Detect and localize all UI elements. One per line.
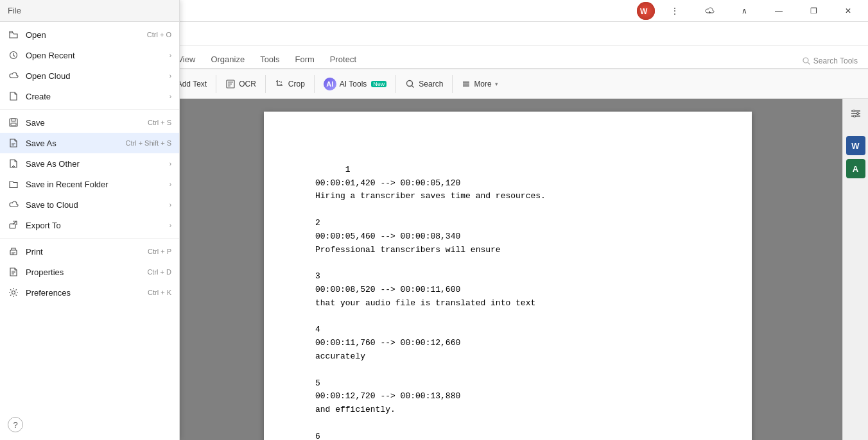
menu-item-save-recent[interactable]: Save in Recent Folder ›	[0, 174, 179, 194]
search-label: Search	[419, 80, 443, 89]
svg-point-22	[12, 291, 15, 294]
open-recent-arrow: ›	[169, 52, 171, 59]
help-btn[interactable]: ?	[8, 417, 23, 432]
avatar[interactable]: W	[637, 2, 655, 20]
create-label: Create	[26, 92, 161, 101]
menu-item-save-cloud[interactable]: Save to Cloud ›	[0, 194, 179, 215]
preferences-icon	[8, 287, 19, 298]
title-bar-right: W ⋮ ∧ — ❐ ✕	[637, 0, 863, 22]
more-label: More	[474, 80, 491, 89]
divider-1	[0, 109, 179, 110]
svg-text:W: W	[640, 7, 648, 16]
search-btn[interactable]: Search	[400, 76, 448, 92]
add-text-label: Add Text	[177, 80, 207, 89]
minimize-btn[interactable]: —	[764, 0, 794, 22]
file-menu-title: File	[8, 6, 21, 15]
svg-point-25	[853, 115, 855, 117]
tab-form[interactable]: Form	[287, 51, 322, 68]
menu-item-properties[interactable]: Properties Ctrl + D	[0, 262, 179, 282]
menu-item-open-recent[interactable]: Open Recent ›	[0, 45, 179, 65]
ocr-btn[interactable]: OCR	[220, 76, 261, 92]
crop-btn[interactable]: Crop	[270, 76, 310, 92]
ai-tools-label: AI Tools	[340, 80, 367, 89]
export-label: Export To	[26, 221, 161, 230]
save-recent-arrow: ›	[169, 181, 171, 188]
save-icon	[8, 117, 19, 128]
open-cloud-label: Open Cloud	[26, 71, 161, 81]
svg-rect-19	[11, 123, 16, 126]
ocr-label: OCR	[239, 80, 256, 89]
more-options-btn[interactable]: ⋮	[660, 0, 690, 22]
tab-protect[interactable]: Protect	[322, 51, 364, 68]
export-icon	[8, 219, 19, 231]
print-icon	[8, 246, 19, 257]
file-menu-items-list: Open Ctrl + O Open Recent ›	[0, 22, 179, 305]
tool-sep-6	[314, 75, 315, 93]
open-recent-label: Open Recent	[26, 51, 161, 60]
cloud-sync-btn[interactable]	[695, 0, 724, 22]
excel-icon: A	[853, 164, 858, 174]
tab-organize[interactable]: Organize	[203, 51, 252, 68]
menu-item-save-as[interactable]: Save As Ctrl + Shift + S	[0, 133, 179, 153]
open-label: Open	[26, 30, 141, 40]
collapse-ribbon-btn[interactable]: ∧	[729, 0, 759, 22]
menu-item-open[interactable]: Open Ctrl + O	[0, 24, 179, 45]
tool-sep-4	[216, 75, 216, 93]
print-label: Print	[26, 247, 141, 257]
sidebar-settings-btn[interactable]	[846, 104, 865, 123]
document-content: 1 00:00:01,420 --> 00:00:05,120 Hiring a…	[315, 165, 580, 440]
save-cloud-icon	[8, 199, 19, 210]
properties-shortcut: Ctrl + D	[147, 268, 171, 276]
properties-icon	[8, 266, 19, 278]
maximize-btn[interactable]: ❐	[799, 0, 828, 22]
menu-item-create[interactable]: Create ›	[0, 86, 179, 106]
document-page: 1 00:00:01,420 --> 00:00:05,120 Hiring a…	[264, 112, 752, 440]
ai-new-badge: New	[371, 81, 386, 87]
crop-label: Crop	[288, 80, 305, 89]
create-arrow: ›	[169, 93, 171, 100]
create-icon	[8, 90, 19, 102]
menu-item-print[interactable]: Print Ctrl + P	[0, 241, 179, 262]
main-layout: File Open Ctrl + O	[0, 99, 868, 440]
open-cloud-icon	[8, 70, 19, 81]
save-as-shortcut: Ctrl + Shift + S	[125, 139, 171, 147]
tool-sep-5	[265, 75, 266, 93]
svg-point-24	[856, 113, 858, 115]
save-as-label: Save As	[26, 139, 119, 148]
file-menu-panel: File Open Ctrl + O	[0, 0, 180, 440]
open-shortcut: Ctrl + O	[147, 31, 171, 38]
file-menu-header: File	[0, 0, 179, 22]
preferences-shortcut: Ctrl + K	[148, 289, 171, 296]
svg-rect-18	[12, 119, 15, 121]
document-area: 1 00:00:01,420 --> 00:00:05,120 Hiring a…	[173, 99, 842, 440]
menu-item-open-cloud[interactable]: Open Cloud ›	[0, 65, 179, 86]
excel-btn[interactable]: A	[846, 159, 865, 178]
tool-sep-7	[395, 75, 396, 93]
menu-item-export[interactable]: Export To ›	[0, 215, 179, 235]
save-cloud-arrow: ›	[169, 201, 171, 208]
close-btn[interactable]: ✕	[833, 0, 863, 22]
save-shortcut: Ctrl + S	[148, 119, 171, 126]
ai-tools-btn[interactable]: AI AI Tools New	[318, 74, 392, 94]
save-recent-label: Save in Recent Folder	[26, 180, 161, 189]
save-as-other-icon	[8, 158, 19, 169]
word-btn[interactable]: W	[846, 136, 865, 155]
svg-point-15	[407, 80, 413, 86]
tab-tools[interactable]: Tools	[252, 51, 287, 68]
menu-item-save-as-other[interactable]: Save As Other ›	[0, 153, 179, 174]
more-tools-btn[interactable]: More ▾	[456, 76, 503, 92]
svg-point-23	[853, 110, 855, 112]
export-arrow: ›	[169, 222, 171, 229]
menu-item-preferences[interactable]: Preferences Ctrl + K	[0, 282, 179, 303]
svg-rect-20	[10, 224, 15, 228]
save-as-icon	[8, 137, 19, 149]
word-icon: W	[851, 141, 859, 151]
print-shortcut: Ctrl + P	[148, 248, 171, 255]
menu-item-save[interactable]: Save Ctrl + S	[0, 112, 179, 133]
save-cloud-label: Save to Cloud	[26, 200, 161, 210]
more-caret: ▾	[495, 81, 498, 87]
search-tools-btn[interactable]: Search Tools	[797, 54, 863, 68]
divider-2	[0, 238, 179, 239]
tool-sep-8	[452, 75, 453, 93]
svg-point-10	[803, 58, 808, 63]
